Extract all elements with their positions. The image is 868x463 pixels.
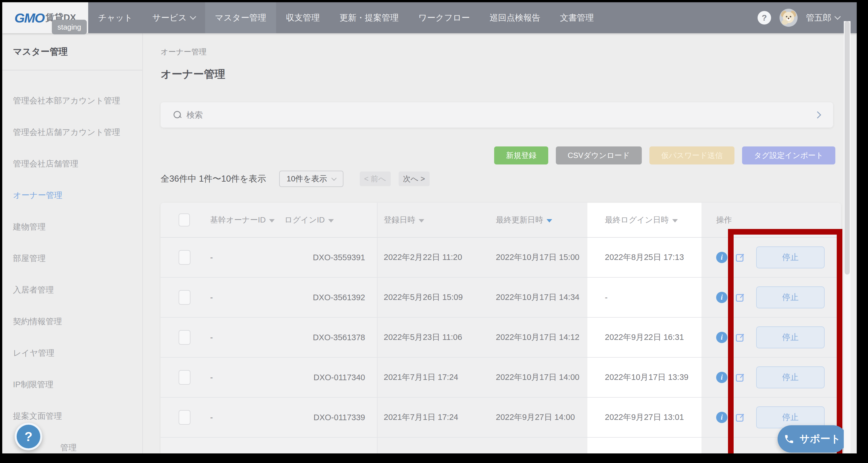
scrollbar-thumb[interactable] <box>845 21 850 274</box>
owner-id-cell: - <box>203 238 279 277</box>
sidebar-item-label: オーナー管理 <box>13 190 62 201</box>
nav-item[interactable]: 巡回点検報告 <box>480 2 550 33</box>
table-row <box>161 438 841 454</box>
sidebar-item[interactable]: 管理会社店舗アカウント管理 <box>2 117 142 148</box>
main-content: オーナー管理 オーナー管理 新規登録CSVダウンロード仮パスワード送信タグ設定イ… <box>143 33 857 454</box>
row-checkbox[interactable] <box>179 250 190 265</box>
column-header[interactable]: ログインID <box>279 203 377 237</box>
sidebar-item-label: 建物管理 <box>13 221 45 233</box>
nav-item[interactable]: チャット <box>88 2 143 33</box>
sidebar-item-label: レイヤ管理 <box>13 348 54 359</box>
row-checkbox[interactable] <box>179 290 190 305</box>
column-header[interactable]: 登録日時 <box>377 203 487 237</box>
sidebar-item[interactable]: レイヤ管理 <box>2 337 142 369</box>
edit-icon[interactable] <box>735 372 745 383</box>
sidebar-item-label: 契約情報管理 <box>13 316 62 327</box>
actions-cell: i停止 <box>702 238 841 277</box>
column-header[interactable]: 基幹オーナーID <box>203 203 279 237</box>
info-icon[interactable]: i <box>716 252 727 263</box>
login-id-cell <box>279 438 377 454</box>
support-button[interactable]: サポート <box>778 425 847 453</box>
sidebar-item[interactable]: IP制限管理 <box>2 369 142 400</box>
phone-icon <box>784 434 795 444</box>
last-login-at-cell: 2022年10月17日 13:39 <box>587 358 702 397</box>
sidebar-item-label: 部屋管理 <box>13 253 45 264</box>
nav-item[interactable]: 文書管理 <box>550 2 604 33</box>
sidebar-item[interactable]: 部屋管理 <box>2 243 142 274</box>
nav-item[interactable]: ワークフロー <box>408 2 480 33</box>
sort-triangle-icon[interactable] <box>547 219 552 223</box>
registered-at-cell <box>377 438 487 454</box>
sidebar-section-title: マスター管理 <box>2 33 142 58</box>
edit-icon[interactable] <box>735 412 745 423</box>
sort-triangle-icon[interactable] <box>418 219 424 223</box>
logo-gmo-text: GMO <box>14 10 44 26</box>
sort-triangle-icon[interactable] <box>672 219 678 223</box>
nav-item-label: サービス <box>152 12 187 24</box>
sidebar-item[interactable]: 管理会社店舗管理 <box>2 148 142 180</box>
edit-icon[interactable] <box>735 332 745 343</box>
user-name: 管五郎 <box>806 12 831 24</box>
row-checkbox[interactable] <box>179 410 190 425</box>
nav-help-icon[interactable]: ? <box>757 11 771 25</box>
registered-at-cell: 2021年7月1日 17:24 <box>377 358 487 397</box>
info-icon[interactable]: i <box>716 372 727 383</box>
sidebar: マスター管理 管理会社本部アカウント管理管理会社店舗アカウント管理管理会社店舗管… <box>2 33 143 454</box>
registered-at-cell: 2022年5月23日 11:06 <box>377 318 487 357</box>
info-icon[interactable]: i <box>716 412 727 423</box>
stop-button[interactable]: 停止 <box>756 326 825 349</box>
sort-triangle-icon[interactable] <box>269 219 275 223</box>
last-login-at-cell: 2022年9月27日 13:01 <box>587 398 702 437</box>
nav-item[interactable]: サービス <box>143 2 205 33</box>
column-header[interactable]: 最終更新日時 <box>487 203 587 237</box>
nav-item-label: 更新・提案管理 <box>339 12 399 24</box>
updated-at-cell: 2022年9月27日 14:00 <box>487 398 587 437</box>
avatar-image <box>779 9 798 27</box>
table-row: -DXO-01173392021年7月1日 17:242022年9月27日 14… <box>161 398 841 438</box>
actions-cell: i停止 <box>702 358 841 397</box>
select-all-checkbox[interactable] <box>179 213 190 226</box>
table-header-row: 基幹オーナーIDログインID登録日時最終更新日時最終ログイン日時操作 <box>161 203 841 238</box>
login-id-cell: DXO-3559391 <box>279 238 377 277</box>
updated-at-cell <box>487 438 587 454</box>
stop-button[interactable]: 停止 <box>756 287 825 308</box>
column-header-label: 基幹オーナーID <box>210 214 266 225</box>
sidebar-item[interactable]: 建物管理 <box>2 211 142 243</box>
sort-triangle-icon[interactable] <box>328 219 334 223</box>
scrollbar-track[interactable] <box>844 21 850 454</box>
edit-icon[interactable] <box>735 292 745 303</box>
app-logo[interactable]: GMO賃貸DX staging <box>2 2 88 33</box>
user-menu[interactable]: 管五郎 <box>806 12 840 24</box>
floating-help-button[interactable]: ? <box>14 423 42 450</box>
login-id-cell: DXO-0117339 <box>279 398 377 437</box>
nav-item[interactable]: マスター管理 <box>205 2 276 33</box>
last-login-at-cell: 2022年9月22日 16:31 <box>587 318 702 357</box>
header-checkbox-cell <box>161 203 203 237</box>
edit-icon[interactable] <box>735 252 745 263</box>
column-header[interactable]: 最終ログイン日時 <box>587 203 702 237</box>
info-icon[interactable]: i <box>716 332 727 343</box>
registered-at-cell: 2022年2月22日 11:20 <box>377 238 487 277</box>
sidebar-item-label: 入居者管理 <box>13 285 54 296</box>
sidebar-item[interactable]: 管理会社本部アカウント管理 <box>2 85 142 117</box>
owner-id-cell: - <box>203 358 279 397</box>
row-checkbox[interactable] <box>179 330 190 345</box>
row-checkbox[interactable] <box>179 370 190 385</box>
app-window: GMO賃貸DX staging チャットサービスマスター管理収支管理更新・提案管… <box>2 2 857 454</box>
avatar[interactable] <box>779 9 798 27</box>
nav-item[interactable]: 更新・提案管理 <box>330 2 408 33</box>
updated-at-cell: 2022年10月17日 15:00 <box>487 238 587 277</box>
sidebar-item[interactable]: オーナー管理 <box>2 180 142 211</box>
sidebar-item[interactable]: 入居者管理 <box>2 274 142 306</box>
nav-item[interactable]: 収支管理 <box>276 2 330 33</box>
chevron-down-icon <box>835 13 841 20</box>
stop-button[interactable]: 停止 <box>756 366 825 388</box>
sidebar-item[interactable]: 契約情報管理 <box>2 306 142 337</box>
column-header: 操作 <box>702 203 841 237</box>
top-nav: GMO賃貸DX staging チャットサービスマスター管理収支管理更新・提案管… <box>2 2 857 33</box>
row-checkbox-cell <box>161 398 203 437</box>
sidebar-items: 管理会社本部アカウント管理管理会社店舗アカウント管理管理会社店舗管理オーナー管理… <box>2 85 142 454</box>
table-row: -DXO-35613782022年5月23日 11:062022年10月17日 … <box>161 318 841 358</box>
stop-button[interactable]: 停止 <box>756 246 825 268</box>
info-icon[interactable]: i <box>716 292 727 303</box>
